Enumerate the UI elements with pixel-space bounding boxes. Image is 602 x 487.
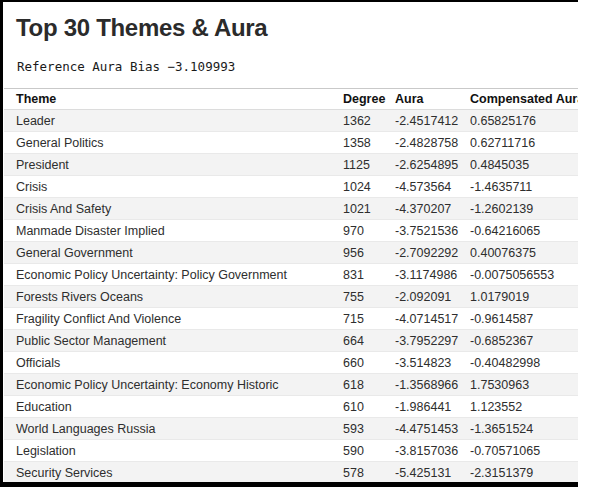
table-row: Education610-1.9864411.123552	[4, 396, 578, 418]
cell-compensated-aura: -0.0075056553	[470, 264, 578, 286]
table-header-row: Theme Degree Aura Compensated Aura	[4, 89, 578, 110]
reference-aura-bias: Reference Aura Bias −3.109993	[17, 59, 578, 74]
cell-aura: -3.8157036	[395, 440, 470, 462]
cell-theme: General Government	[4, 242, 343, 264]
cell-compensated-aura: 0.65825176	[470, 110, 578, 132]
column-header-aura: Aura	[395, 89, 470, 110]
cell-compensated-aura: -0.40482998	[470, 352, 578, 374]
cell-theme: Public Sector Management	[4, 330, 343, 352]
table-row: Crisis And Safety1021-4.370207-1.2602139	[4, 198, 578, 220]
cell-degree: 660	[343, 352, 395, 374]
cell-degree: 1021	[343, 198, 395, 220]
cell-degree: 1125	[343, 154, 395, 176]
column-header-degree: Degree	[343, 89, 395, 110]
table-row: Fragility Conflict And Violence715-4.071…	[4, 308, 578, 330]
table-header: Theme Degree Aura Compensated Aura	[4, 89, 578, 110]
page-title: Top 30 Themes & Aura	[16, 14, 578, 42]
cell-aura: -2.4517412	[395, 110, 470, 132]
cell-degree: 1358	[343, 132, 395, 154]
cell-compensated-aura: 0.4845035	[470, 154, 578, 176]
column-header-theme: Theme	[4, 89, 343, 110]
cell-aura: -2.7092292	[395, 242, 470, 264]
cell-aura: -4.573564	[395, 176, 470, 198]
table-row: Security Services578-5.425131-2.3151379	[4, 462, 578, 484]
cell-degree: 593	[343, 418, 395, 440]
cell-theme: Leader	[4, 110, 343, 132]
cell-aura: -2.092091	[395, 286, 470, 308]
table-row: Economic Policy Uncertainty: Economy His…	[4, 374, 578, 396]
cell-aura: -3.7521536	[395, 220, 470, 242]
cell-aura: -1.3568966	[395, 374, 470, 396]
table-row: Forests Rivers Oceans755-2.0920911.01790…	[4, 286, 578, 308]
cell-theme: Economic Policy Uncertainty: Economy His…	[4, 374, 343, 396]
cell-degree: 1362	[343, 110, 395, 132]
cell-degree: 970	[343, 220, 395, 242]
cell-theme: Fragility Conflict And Violence	[4, 308, 343, 330]
screenshot-frame: Top 30 Themes & Aura Reference Aura Bias…	[0, 0, 578, 487]
cell-theme: Legislation	[4, 440, 343, 462]
table-row: President1125-2.62548950.4845035	[4, 154, 578, 176]
cell-compensated-aura: -1.2602139	[470, 198, 578, 220]
cell-theme: Crisis	[4, 176, 343, 198]
cell-aura: -4.0714517	[395, 308, 470, 330]
cell-compensated-aura: 0.62711716	[470, 132, 578, 154]
table-row: World Languages Russia593-4.4751453-1.36…	[4, 418, 578, 440]
table-row: Leader1362-2.45174120.65825176	[4, 110, 578, 132]
table-row: Public Sector Management664-3.7952297-0.…	[4, 330, 578, 352]
cell-theme: Manmade Disaster Implied	[4, 220, 343, 242]
cell-theme: President	[4, 154, 343, 176]
cell-degree: 590	[343, 440, 395, 462]
table-row: General Government956-2.70922920.4007637…	[4, 242, 578, 264]
cell-compensated-aura: 1.0179019	[470, 286, 578, 308]
cell-compensated-aura: 0.40076375	[470, 242, 578, 264]
cell-aura: -2.6254895	[395, 154, 470, 176]
cell-degree: 715	[343, 308, 395, 330]
cell-theme: Officials	[4, 352, 343, 374]
cell-degree: 610	[343, 396, 395, 418]
cell-degree: 578	[343, 462, 395, 484]
cell-compensated-aura: 1.7530963	[470, 374, 578, 396]
table-body: Leader1362-2.45174120.65825176General Po…	[4, 110, 578, 484]
cell-theme: World Languages Russia	[4, 418, 343, 440]
cell-compensated-aura: -0.6852367	[470, 330, 578, 352]
cell-aura: -4.4751453	[395, 418, 470, 440]
cell-theme: Crisis And Safety	[4, 198, 343, 220]
cell-compensated-aura: -1.4635711	[470, 176, 578, 198]
cell-compensated-aura: -0.64216065	[470, 220, 578, 242]
themes-table: Theme Degree Aura Compensated Aura Leade…	[4, 88, 578, 484]
cell-aura: -5.425131	[395, 462, 470, 484]
cell-compensated-aura: -0.70571065	[470, 440, 578, 462]
cell-compensated-aura: 1.123552	[470, 396, 578, 418]
cell-aura: -3.1174986	[395, 264, 470, 286]
cell-theme: General Politics	[4, 132, 343, 154]
cell-degree: 1024	[343, 176, 395, 198]
cell-compensated-aura: -2.3151379	[470, 462, 578, 484]
cell-degree: 618	[343, 374, 395, 396]
cell-degree: 755	[343, 286, 395, 308]
cell-compensated-aura: -0.9614587	[470, 308, 578, 330]
cell-degree: 664	[343, 330, 395, 352]
table-row: Crisis1024-4.573564-1.4635711	[4, 176, 578, 198]
cell-aura: -2.4828758	[395, 132, 470, 154]
table-row: Officials660-3.514823-0.40482998	[4, 352, 578, 374]
table-row: Manmade Disaster Implied970-3.7521536-0.…	[4, 220, 578, 242]
cell-theme: Security Services	[4, 462, 343, 484]
table-row: Legislation590-3.8157036-0.70571065	[4, 440, 578, 462]
cell-compensated-aura: -1.3651524	[470, 418, 578, 440]
cell-theme: Forests Rivers Oceans	[4, 286, 343, 308]
cell-theme: Education	[4, 396, 343, 418]
table-row: General Politics1358-2.48287580.62711716	[4, 132, 578, 154]
column-header-compensated-aura: Compensated Aura	[470, 89, 578, 110]
cell-degree: 831	[343, 264, 395, 286]
cell-degree: 956	[343, 242, 395, 264]
cell-theme: Economic Policy Uncertainty: Policy Gove…	[4, 264, 343, 286]
cell-aura: -3.7952297	[395, 330, 470, 352]
cell-aura: -3.514823	[395, 352, 470, 374]
table-row: Economic Policy Uncertainty: Policy Gove…	[4, 264, 578, 286]
cell-aura: -1.986441	[395, 396, 470, 418]
cell-aura: -4.370207	[395, 198, 470, 220]
